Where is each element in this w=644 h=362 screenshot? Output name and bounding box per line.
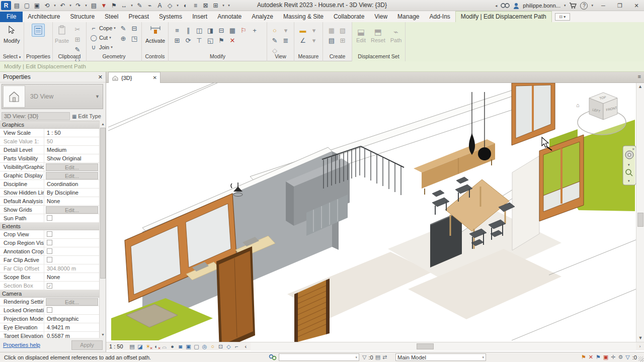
tab-steel[interactable]: Steel [100, 12, 123, 22]
array-icon[interactable]: ▦ [227, 25, 238, 35]
sun-path-icon[interactable]: ☀✕ [144, 343, 152, 350]
property-value[interactable] [44, 247, 100, 255]
sketchy-lines-icon[interactable]: ⌓ [160, 343, 169, 350]
app-menu-icon[interactable]: R [1, 1, 11, 10]
checkbox-checked[interactable]: ✓ [47, 283, 52, 289]
show-properties-icon[interactable]: ▤ [13, 1, 21, 10]
unpin-icon[interactable]: ⚐ [238, 25, 249, 35]
reveal-constraints-icon[interactable]: ⌐ [233, 343, 241, 350]
tab-analyze[interactable]: Analyze [247, 12, 278, 22]
search-icon[interactable] [501, 3, 510, 9]
link-icon[interactable]: ⇄ [382, 354, 387, 360]
detail-level-icon[interactable]: ▤ [128, 343, 136, 350]
wall-joins-icon[interactable]: ◳ [129, 33, 140, 43]
select-by-face-icon[interactable]: ▣ [603, 354, 608, 360]
create-similar-icon[interactable]: ▧ [337, 25, 348, 35]
section-header-extents[interactable]: Extents [0, 223, 100, 230]
reveal-hidden-icon[interactable]: ○ [269, 25, 280, 35]
scrollbar-thumb[interactable] [637, 213, 643, 227]
aligned-dimension-icon[interactable]: ↔ [120, 1, 128, 10]
checkbox-unchecked[interactable] [47, 307, 52, 313]
align-icon[interactable]: ≡ [172, 25, 183, 35]
property-value[interactable]: Orthographic [44, 315, 100, 323]
instance-name[interactable]: 3D View: {3D} [2, 112, 70, 120]
detail-line-icon[interactable]: ✎ [135, 1, 144, 10]
property-value[interactable]: 1 : 50 [44, 129, 100, 137]
checkbox-unchecked[interactable] [47, 248, 52, 254]
offset-icon[interactable]: ∥ [183, 25, 194, 35]
sync-caret-icon[interactable]: ▾ [53, 1, 57, 10]
user-caret-icon[interactable]: ▾ [564, 4, 566, 8]
properties-button[interactable] [32, 24, 45, 37]
mirror-pick-axis-icon[interactable]: ◫ [194, 25, 205, 35]
redo-caret-icon[interactable]: ▾ [84, 1, 88, 10]
tab-structure[interactable]: Structure [65, 12, 100, 22]
store-cart-icon[interactable] [569, 3, 577, 9]
properties-header[interactable]: Properties ✕ [0, 72, 106, 82]
select-underlay-icon[interactable]: ✕ [589, 354, 593, 360]
close-hidden-icon[interactable]: ⊠ [201, 1, 210, 10]
copy-icon[interactable]: ⊞ [172, 35, 183, 45]
panel-label-clipboard[interactable]: Clipboard [53, 53, 86, 61]
scrollbar-thumb[interactable] [417, 343, 434, 349]
worksets-icon[interactable] [269, 354, 277, 360]
tab-annotate[interactable]: Annotate [212, 12, 247, 22]
tab-insert[interactable]: Insert [187, 12, 212, 22]
navbar-close-icon[interactable]: ✕ [632, 147, 635, 151]
default-3d-view-icon[interactable]: ◇ [166, 1, 174, 10]
right-window[interactable] [539, 135, 584, 221]
tab-view[interactable]: View [369, 12, 392, 22]
reveal-hidden-elements-icon[interactable]: ○ [209, 343, 217, 350]
type-selector[interactable]: 3D View ▼ [2, 84, 103, 109]
scroll-up-icon[interactable]: ▲ [100, 121, 106, 127]
chevron-down-icon[interactable]: ▼ [95, 94, 103, 99]
panel-label-create[interactable]: Create [323, 53, 352, 61]
switch-windows-icon[interactable]: ⊞ [211, 1, 220, 10]
create-parts-icon[interactable]: ▤ [326, 35, 337, 45]
collapse-icon[interactable]: ‹ [245, 343, 247, 349]
split-icon[interactable]: ⊟ [216, 25, 227, 35]
panel-display-options[interactable]: ⊡ ▾ [555, 13, 570, 21]
checkbox-unchecked[interactable] [47, 231, 52, 237]
crop-view-icon[interactable]: ▣ [185, 343, 193, 350]
redo-icon[interactable]: ↷ [74, 1, 83, 10]
measure-caret-icon[interactable]: ▾ [308, 25, 319, 35]
property-value[interactable] [44, 230, 100, 238]
property-value[interactable]: By Discipline [44, 189, 100, 197]
select-links-icon[interactable]: ⚑ [581, 354, 586, 360]
view-tab-list-icon[interactable]: ≡ [638, 73, 641, 79]
undo-caret-icon[interactable]: ▾ [68, 1, 72, 10]
section-icon[interactable]: ◐ [181, 1, 190, 10]
sync-with-central-icon[interactable]: ⟲ [43, 1, 51, 10]
scale-icon[interactable]: ◱ [205, 35, 216, 45]
vertical-scrollbar[interactable]: ▲ ▼ [636, 83, 644, 342]
property-value[interactable]: None [44, 273, 100, 281]
section-header-camera[interactable]: Camera [0, 290, 100, 298]
activate-button[interactable]: Activate [145, 24, 165, 44]
worksets-dropdown[interactable]: ▾ [279, 353, 359, 361]
checkbox-unchecked[interactable] [47, 215, 52, 221]
filter-icon[interactable]: ▽ [625, 354, 629, 360]
wood-door[interactable] [216, 246, 255, 342]
close-view-icon[interactable]: ✕ [153, 75, 157, 80]
scrollbar-thumb[interactable] [100, 128, 106, 279]
user-icon[interactable] [513, 3, 519, 9]
checkbox-unchecked[interactable] [47, 240, 52, 245]
cut-icon[interactable]: ✂ [72, 24, 83, 34]
measure-icon[interactable]: ▬ [297, 25, 308, 35]
thin-lines-icon[interactable]: ≡ [191, 1, 200, 10]
undo-icon[interactable]: ↶ [58, 1, 67, 10]
navigation-bar[interactable]: ▾ ▾ ✕ [623, 146, 636, 185]
displacement-path-button[interactable]: ⌁Path [390, 27, 402, 43]
property-value[interactable]: Edit... [46, 172, 98, 179]
apply-button[interactable]: Apply [71, 340, 103, 350]
customize-qat-icon[interactable]: ▾ [227, 1, 231, 10]
panel-label-modify[interactable]: Modify [169, 53, 267, 61]
property-value[interactable]: Show Original [44, 154, 100, 162]
cope-button[interactable]: ⌐Cope▾ [90, 23, 116, 33]
create-group-icon[interactable]: ▦ [326, 25, 337, 35]
panel-label-properties[interactable]: Properties [24, 53, 52, 61]
worksharing-display-icon[interactable]: ▤ [375, 354, 380, 360]
properties-scrollbar[interactable]: ▲ ▼ [99, 121, 106, 338]
property-value[interactable]: 4.9421 m [44, 323, 100, 331]
